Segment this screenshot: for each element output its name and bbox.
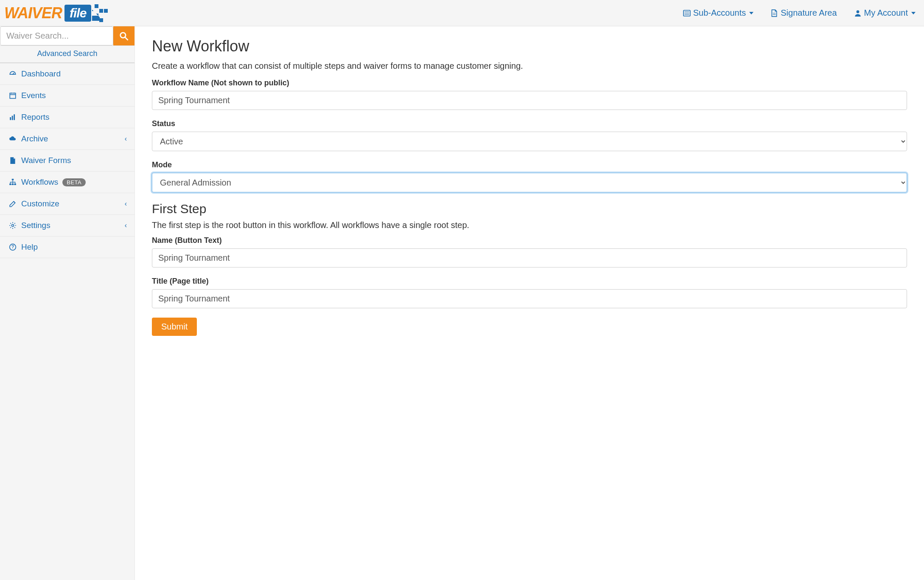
status-select[interactable]: Active — [152, 132, 907, 151]
sidebar-item-events[interactable]: Events — [0, 85, 134, 107]
sidebar-item-settings[interactable]: Settings ‹ — [0, 215, 134, 237]
sidebar-item-customize[interactable]: Customize ‹ — [0, 193, 134, 215]
sidebar-item-dashboard[interactable]: Dashboard — [0, 63, 134, 85]
sidebar-item-label: Events — [21, 91, 46, 100]
workflow-name-input[interactable] — [152, 91, 907, 110]
chevron-left-icon: ‹ — [125, 135, 127, 143]
svg-rect-19 — [9, 183, 11, 185]
sitemap-icon — [8, 178, 17, 186]
sub-accounts-menu[interactable]: Sub-Accounts — [683, 8, 754, 18]
page-heading: New Workflow — [152, 37, 907, 55]
sidebar-item-label: Dashboard — [21, 69, 61, 79]
sidebar-item-help[interactable]: ? Help — [0, 237, 134, 258]
sidebar-item-workflows[interactable]: Workflows BETA — [0, 172, 134, 193]
advanced-search-link[interactable]: Advanced Search — [37, 49, 97, 58]
mode-select[interactable]: General Admission — [152, 173, 907, 192]
logo-text-file: file — [64, 5, 91, 22]
page-subheading: Create a workflow that can consist of mu… — [152, 61, 907, 71]
step-title-label: Title (Page title) — [152, 277, 907, 286]
svg-rect-11 — [10, 93, 16, 98]
sidebar-item-label: Settings — [21, 221, 50, 230]
svg-point-6 — [856, 10, 859, 13]
main-content: New Workflow Create a workflow that can … — [135, 26, 924, 580]
dashboard-icon — [8, 70, 17, 78]
first-step-heading: First Step — [152, 202, 907, 216]
sidebar-item-label: Waiver Forms — [21, 156, 71, 165]
beta-badge: BETA — [62, 178, 86, 186]
sidebar: Advanced Search Dashboard Events Reports — [0, 26, 135, 580]
search-button[interactable] — [113, 26, 134, 45]
user-icon — [854, 9, 862, 17]
sidebar-item-waiver-forms[interactable]: Waiver Forms — [0, 150, 134, 172]
svg-rect-21 — [14, 183, 16, 185]
sidebar-item-label: Workflows — [21, 177, 58, 187]
svg-rect-18 — [12, 179, 14, 180]
first-step-desc: The first step is the root button in thi… — [152, 220, 907, 230]
sidebar-item-label: Customize — [21, 199, 59, 208]
file-icon — [8, 157, 17, 164]
calendar-icon — [8, 92, 17, 99]
svg-point-22 — [12, 225, 14, 227]
file-icon — [770, 9, 778, 17]
top-nav: WAIVER file Sub-Accounts Signature Area … — [0, 0, 924, 26]
status-label: Status — [152, 119, 907, 128]
logo-text-waiver: WAIVER — [4, 4, 62, 22]
mode-label: Mode — [152, 160, 907, 169]
workflow-name-label: Workflow Name (Not shown to public) — [152, 79, 907, 87]
gear-icon — [8, 222, 17, 229]
svg-rect-20 — [12, 183, 14, 185]
step-title-input[interactable] — [152, 289, 907, 308]
my-account-label: My Account — [864, 8, 908, 18]
question-icon: ? — [8, 243, 17, 251]
signature-area-link[interactable]: Signature Area — [770, 8, 837, 18]
cloud-icon — [8, 135, 17, 143]
svg-text:?: ? — [11, 245, 14, 249]
search-icon — [119, 31, 129, 41]
sidebar-item-label: Archive — [21, 134, 48, 144]
svg-rect-16 — [12, 116, 13, 120]
sidebar-item-archive[interactable]: Archive ‹ — [0, 128, 134, 150]
chevron-left-icon: ‹ — [125, 222, 127, 229]
svg-rect-15 — [10, 117, 11, 120]
logo[interactable]: WAIVER file — [4, 4, 108, 22]
svg-line-8 — [125, 37, 128, 40]
submit-button[interactable]: Submit — [152, 318, 197, 336]
sidebar-nav: Dashboard Events Reports Archive ‹ — [0, 63, 134, 258]
sub-accounts-label: Sub-Accounts — [693, 8, 746, 18]
step-name-label: Name (Button Text) — [152, 236, 907, 245]
sidebar-item-reports[interactable]: Reports — [0, 107, 134, 128]
caret-down-icon — [749, 12, 753, 14]
chart-icon — [8, 113, 17, 121]
search-input[interactable] — [0, 26, 113, 45]
signature-area-label: Signature Area — [781, 8, 837, 18]
advanced-search: Advanced Search — [0, 46, 134, 63]
step-name-input[interactable] — [152, 248, 907, 267]
caret-down-icon — [911, 12, 916, 14]
sidebar-item-label: Reports — [21, 113, 50, 122]
sidebar-item-label: Help — [21, 242, 38, 252]
chevron-left-icon: ‹ — [125, 200, 127, 208]
top-nav-right: Sub-Accounts Signature Area My Account — [683, 8, 916, 18]
search-bar — [0, 26, 134, 46]
edit-icon — [8, 200, 17, 208]
svg-rect-17 — [14, 114, 15, 120]
my-account-menu[interactable]: My Account — [854, 8, 916, 18]
svg-point-7 — [120, 32, 126, 37]
list-icon — [683, 9, 691, 17]
